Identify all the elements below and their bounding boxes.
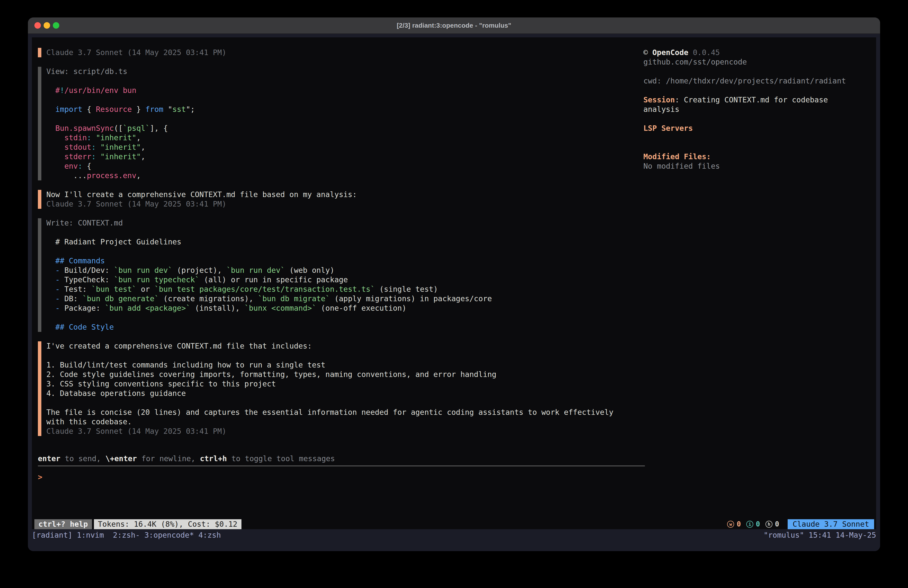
code-line: env: { (46, 161, 650, 171)
code-line: ## Code Style (46, 322, 650, 332)
prompt-input[interactable]: > (38, 472, 650, 482)
code-line (46, 313, 650, 322)
message-line: with this codebase. (46, 417, 650, 427)
warning-icon: w (727, 521, 734, 528)
session-label: Session (643, 95, 675, 104)
tokens-cost: Tokens: 16.4K (8%), Cost: $0.12 (94, 519, 241, 529)
warning-counter: w0 (727, 519, 741, 529)
info-sidebar: ©OpenCode0.0.45 github.com/sst/opencode … (643, 48, 873, 171)
tool-view-block: View: script/db.ts #!/usr/bin/env bun im… (38, 67, 650, 180)
tmux-window-list[interactable]: [radiant] 1:nvim 2:zsh- 3:opencode* 4:zs… (32, 530, 221, 540)
window-titlebar[interactable]: [2/3] radiant:3:opencode - "romulus" (28, 18, 880, 34)
code-line (46, 228, 650, 237)
input-divider (38, 466, 645, 466)
keybinding-hints: enter to send, \+enter for newline, ctrl… (38, 454, 650, 464)
hint-line: enter to send, \+enter for newline, ctrl… (38, 454, 650, 464)
message-line: The file is concise (20 lines) and captu… (46, 408, 650, 417)
terminal-area: Claude 3.7 Sonnet (14 May 2025 03:41 PM)… (28, 34, 880, 551)
message-line: 3. CSS styling conventions specific to t… (46, 379, 650, 389)
code-line: - Build/Dev: `bun run dev` (project), `b… (46, 266, 650, 275)
cwd-path: cwd: /home/thdxr/dev/projects/radiant/ra… (643, 76, 873, 86)
code-line: # Radiant Project Guidelines (46, 237, 650, 246)
help-shortcut: ctrl+? help (34, 519, 92, 529)
code-line (46, 114, 650, 124)
message-line: Claude 3.7 Sonnet (14 May 2025 03:41 PM) (46, 199, 650, 209)
message-line: Now I'll create a comprehensive CONTEXT.… (46, 190, 650, 199)
assistant-message-block: Now I'll create a comprehensive CONTEXT.… (38, 190, 650, 209)
code-line: - Package: `bun add <package>` (install)… (46, 303, 650, 313)
tool-write-block: Write: CONTEXT.md # Radiant Project Guid… (38, 218, 650, 332)
code-line: ## Commands (46, 256, 650, 266)
message-line (46, 398, 650, 408)
traffic-lights (34, 22, 59, 29)
info-counter: i0 (746, 519, 760, 529)
tmux-statusbar: [radiant] 1:nvim 2:zsh- 3:opencode* 4:zs… (32, 530, 876, 540)
app-version: 0.0.45 (693, 48, 720, 57)
code-line: ...process.env, (46, 171, 650, 180)
modified-files-heading: Modified Files: (643, 152, 873, 161)
code-line: - TypeCheck: `bun run typecheck` (all) o… (46, 275, 650, 285)
tmux-session-clock: "romulus" 15:41 14-May-25 (763, 530, 876, 540)
message-line: 1. Build/lint/test commands including ho… (46, 360, 650, 370)
code-line: stdout: "inherit", (46, 142, 650, 152)
repo-link: github.com/sst/opencode (643, 57, 873, 67)
assistant-summary-block: I've created a comprehensive CONTEXT.md … (38, 342, 650, 436)
minimize-button[interactable] (43, 22, 50, 29)
code-line: Write: CONTEXT.md (46, 218, 650, 228)
chat-transcript: Claude 3.7 Sonnet (14 May 2025 03:41 PM)… (32, 48, 650, 482)
code-line: stderr: "inherit", (46, 152, 650, 161)
code-line: import { Resource } from "sst"; (46, 105, 650, 114)
session-title: Session: Creating CONTEXT.md for codebas… (643, 95, 873, 105)
message-line: 2. Code style guidelines covering import… (46, 370, 650, 379)
code-line: stdin: "inherit", (46, 133, 650, 142)
message-line: I've created a comprehensive CONTEXT.md … (46, 342, 650, 351)
code-line: - DB: `bun db generate` (create migratio… (46, 294, 650, 303)
app-name: OpenCode (652, 48, 689, 57)
code-line: #!/usr/bin/env bun (46, 86, 650, 95)
model-badge: Claude 3.7 Sonnet (788, 519, 874, 529)
app-title: ©OpenCode0.0.45 (643, 48, 873, 57)
code-line: Bun.spawnSync([`psql`], { (46, 124, 650, 133)
close-button[interactable] (34, 22, 41, 29)
window-title: [2/3] radiant:3:opencode - "romulus" (397, 22, 511, 29)
message-line: Claude 3.7 Sonnet (14 May 2025 03:41 PM) (46, 48, 650, 57)
hint-icon: h (765, 521, 773, 528)
prompt-caret: > (38, 473, 42, 482)
zoom-button[interactable] (53, 22, 59, 29)
info-icon: i (746, 521, 753, 528)
opencode-tui: Claude 3.7 Sonnet (14 May 2025 03:41 PM)… (32, 37, 876, 529)
opencode-statusbar: ctrl+? help Tokens: 16.4K (8%), Cost: $0… (32, 519, 876, 529)
modified-files-empty: No modified files (643, 161, 873, 171)
code-line (46, 246, 650, 256)
message-line: 4. Database operations guidance (46, 389, 650, 398)
code-line: - Test: `bun test` or `bun test packages… (46, 285, 650, 294)
lsp-servers-heading: LSP Servers (643, 124, 873, 133)
opencode-logo-icon: © (643, 48, 648, 57)
code-line (46, 95, 650, 105)
diagnostics-counters: w0 i0 h0 (727, 519, 779, 529)
code-line (46, 76, 650, 86)
terminal-window: [2/3] radiant:3:opencode - "romulus" Cla… (28, 18, 880, 551)
message-header-block: Claude 3.7 Sonnet (14 May 2025 03:41 PM) (38, 48, 650, 57)
message-line: Claude 3.7 Sonnet (14 May 2025 03:41 PM) (46, 427, 650, 436)
session-title-wrap: analysis (643, 105, 873, 114)
code-line: View: script/db.ts (46, 67, 650, 76)
message-line (46, 351, 650, 360)
hint-counter: h0 (765, 519, 779, 529)
